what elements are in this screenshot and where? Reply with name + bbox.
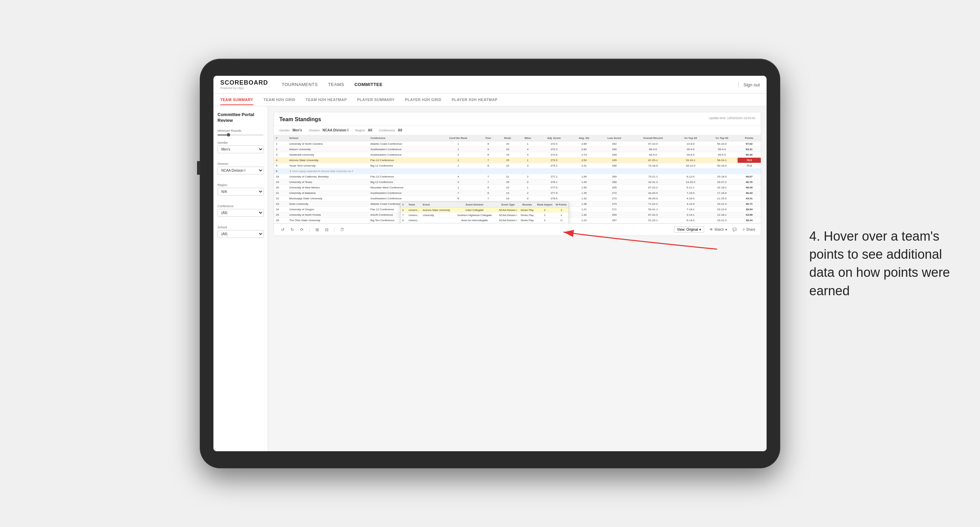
sidebar-division: Division NCAA Division I xyxy=(218,162,264,178)
popup-col-rounds: Rounds xyxy=(519,202,535,208)
table-container: # School Conference Conf No Rank Tour Rn… xyxy=(274,135,761,223)
tablet-side-button xyxy=(197,161,200,175)
bottom-toolbar: ↺ ↻ ⟳ ⊞ ⊟ ⏱ View: Ori xyxy=(274,223,761,235)
table-row: 22 Mississippi State University Southeas… xyxy=(274,196,761,202)
grid-icon[interactable]: ⊟ xyxy=(323,226,330,233)
col-overall-record: Overall Record xyxy=(631,135,675,141)
table-row-popup-start: 6 ▼ Hover popup expanded for Arizona Sta… xyxy=(274,168,761,174)
toolbar-left: ↺ ↻ ⟳ ⊞ ⊟ ⏱ xyxy=(279,226,345,233)
hover-popup: # Team Event Event Division Event Type R… xyxy=(400,202,569,223)
logo-sub: Powered by clipp xyxy=(220,86,268,90)
popup-col-team: Team xyxy=(407,202,421,208)
popup-row: 6 Univers... Arizona State University Ca… xyxy=(401,208,568,213)
gender-select[interactable]: Men's xyxy=(218,145,264,153)
toolbar-right: View: Original ▾ 👁 Watch ▾ 💬 xyxy=(674,226,755,233)
timer-icon[interactable]: ⏱ xyxy=(339,226,345,233)
popup-row: 8 Univers... Amer An Intercollegiate NCA… xyxy=(401,218,568,223)
view-label: View: Original xyxy=(677,228,698,232)
nav-committee[interactable]: COMMITTEE xyxy=(355,81,383,88)
sub-nav-team-summary[interactable]: TEAM SUMMARY xyxy=(220,95,253,105)
chevron-down-icon: ▾ xyxy=(699,228,701,232)
popup-col-num: # xyxy=(401,202,407,208)
watch-button[interactable]: 👁 Watch ▾ xyxy=(710,228,727,232)
popup-col-event: Event xyxy=(421,202,452,208)
panel-card: Team Standings Update time: 13/03/2024 1… xyxy=(274,112,761,236)
school-label: School xyxy=(218,225,264,229)
filter-region: Region: All xyxy=(355,129,372,132)
sub-nav-player-h2h-grid[interactable]: PLAYER H2H GRID xyxy=(405,95,442,105)
copy-icon[interactable]: ⊞ xyxy=(314,226,321,233)
min-rounds-slider[interactable] xyxy=(218,135,264,135)
table-row: 18 University of California, Berkeley Pa… xyxy=(274,174,761,179)
col-wins: Wins xyxy=(518,135,538,141)
undo-icon[interactable]: ↺ xyxy=(279,226,286,233)
table-row: 1 University of North Carolina Atlantic … xyxy=(274,141,761,147)
region-label: Region xyxy=(218,183,264,187)
content-panel: Team Standings Update time: 13/03/2024 1… xyxy=(268,106,767,451)
scene: SCOREBOARD Powered by clipp TOURNAMENTS … xyxy=(0,0,980,527)
col-conf-no-rank: Conf No Rank xyxy=(438,135,479,141)
sidebar-portal-title: Committee Portal Review xyxy=(218,112,264,124)
sidebar-conference: Conference (All) xyxy=(218,205,264,220)
filter-division: Division: NCAA Division I xyxy=(309,129,348,132)
min-rounds-label: Minimum Rounds xyxy=(218,129,264,132)
filter-gender: Gender: Men's xyxy=(279,129,302,132)
table-row: 5 Texas Tech University Big 12 Conferenc… xyxy=(274,163,761,168)
sidebar: Committee Portal Review Minimum Rounds xyxy=(213,106,268,451)
col-tour: Tour xyxy=(479,135,498,141)
sign-out-area: | Sign out xyxy=(738,82,760,88)
eye-icon: 👁 xyxy=(710,228,713,232)
col-points: Points xyxy=(738,135,761,141)
panel-title: Team Standings xyxy=(279,116,321,122)
filter-row: Gender: Men's Division: NCAA Division I … xyxy=(274,125,761,135)
logo-area: SCOREBOARD Powered by clipp xyxy=(220,79,268,90)
filter-conference: Conference: All xyxy=(379,129,402,132)
sidebar-school: School (All) xyxy=(218,225,264,241)
sub-nav-team-h2h-grid[interactable]: TEAM H2H GRID xyxy=(264,95,295,105)
table-row-arizona[interactable]: 4 Arizona State University Pac-12 Confer… xyxy=(274,158,761,163)
annotation-text: 4. Hover over a team's points to see add… xyxy=(809,227,953,300)
logo-text: SCOREBOARD xyxy=(220,79,268,86)
popup-row: 9 Univers... National Invitational Tourn… xyxy=(401,223,568,224)
region-select[interactable]: N/A xyxy=(218,188,264,195)
comment-button[interactable]: 💬 xyxy=(732,228,737,232)
table-row: 21 University of Alabama Southeastern Co… xyxy=(274,190,761,196)
sub-nav-team-h2h-heatmap[interactable]: TEAM H2H HEATMAP xyxy=(305,95,347,105)
division-select[interactable]: NCAA Division I xyxy=(218,167,264,175)
refresh-icon[interactable]: ⟳ xyxy=(298,226,305,233)
view-dropdown[interactable]: View: Original ▾ xyxy=(674,226,705,233)
sidebar-region: Region N/A xyxy=(218,183,264,199)
nav-teams[interactable]: TEAMS xyxy=(328,81,344,88)
sign-out-button[interactable]: Sign out xyxy=(743,82,760,87)
nav-tournaments[interactable]: TOURNAMENTS xyxy=(282,81,318,88)
col-vs-top-25: Vs Top 25 xyxy=(675,135,706,141)
toolbar-separator-2 xyxy=(334,227,335,232)
sub-nav-player-h2h-heatmap[interactable]: PLAYER H2H HEATMAP xyxy=(452,95,498,105)
popup-col-w-points: W Points xyxy=(554,202,568,208)
gender-label: Gender xyxy=(218,141,264,144)
sub-nav-player-summary[interactable]: PLAYER SUMMARY xyxy=(357,95,395,105)
school-select[interactable]: (All) xyxy=(218,230,264,238)
main-content: Committee Portal Review Minimum Rounds xyxy=(213,106,767,451)
comment-icon: 💬 xyxy=(732,228,737,232)
sidebar-portal-section: Committee Portal Review xyxy=(218,112,264,124)
sub-nav: TEAM SUMMARY TEAM H2H GRID TEAM H2H HEAT… xyxy=(213,94,767,106)
col-rank: # xyxy=(274,135,287,141)
conference-label: Conference xyxy=(218,205,264,208)
tablet-frame: SCOREBOARD Powered by clipp TOURNAMENTS … xyxy=(200,59,780,468)
tablet-screen: SCOREBOARD Powered by clipp TOURNAMENTS … xyxy=(213,76,767,451)
share-button[interactable]: ↗ Share xyxy=(742,228,755,232)
sidebar-min-rounds: Minimum Rounds xyxy=(218,129,264,135)
redo-icon[interactable]: ↻ xyxy=(289,226,296,233)
table-row: 19 University of Texas Big 12 Conference… xyxy=(274,179,761,185)
panel-header: Team Standings Update time: 13/03/2024 1… xyxy=(274,112,761,125)
col-rnds: Rnds xyxy=(498,135,518,141)
sidebar-gender: Gender Men's xyxy=(218,141,264,157)
col-school: School xyxy=(287,135,368,141)
col-vs-top-50: Vs Top 50 xyxy=(706,135,738,141)
watch-chevron-icon: ▾ xyxy=(725,228,727,232)
share-icon: ↗ xyxy=(742,228,745,232)
popup-row: 7 Univers... University Southern Highlan… xyxy=(401,213,568,218)
toolbar-separator xyxy=(309,227,310,232)
conference-select[interactable]: (All) xyxy=(218,209,264,217)
